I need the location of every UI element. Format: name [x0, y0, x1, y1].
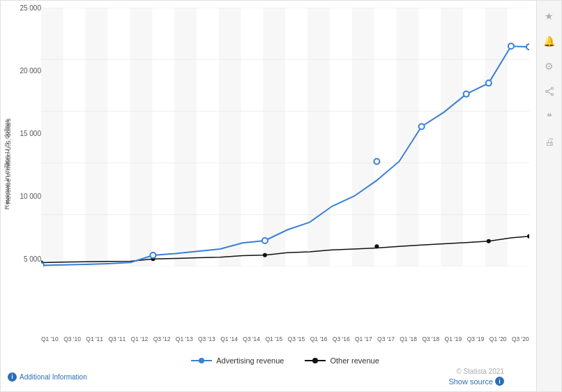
print-icon[interactable]: 🖨 — [542, 135, 556, 149]
show-source-icon: i — [495, 377, 504, 386]
x-tick: Q1 '18 — [400, 336, 417, 342]
info-icon: i — [8, 372, 17, 382]
statista-copyright: © Statista 2021 — [456, 368, 504, 375]
share-icon[interactable] — [542, 84, 556, 98]
x-tick: Q3 '20 — [512, 336, 529, 342]
x-tick: Q1 '16 — [310, 336, 328, 342]
y-tick-25000: 25 000 — [20, 4, 41, 12]
quote-icon[interactable]: ❝ — [542, 110, 556, 123]
x-tick: Q3 '10 — [63, 336, 81, 342]
legend-other: Other revenue — [305, 356, 379, 365]
additional-info-label: Additional Information — [20, 373, 87, 381]
x-tick: Q3 '17 — [377, 336, 395, 342]
additional-info-link[interactable]: i Additional Information — [8, 372, 87, 382]
chart-container: ★ 🔔 ⚙ ❝ 🖨 Revenue in million U.S. dollar… — [0, 0, 562, 392]
x-tick: Q1 '14 — [220, 336, 238, 342]
x-tick: Q1 '20 — [489, 336, 507, 342]
y-axis-label-text: Revenue in million U.S. dollars — [3, 119, 10, 209]
sidebar: ★ 🔔 ⚙ ❝ 🖨 — [536, 1, 561, 391]
svg-line-3 — [547, 89, 551, 91]
x-tick: Q1 '12 — [131, 336, 149, 342]
x-tick: Q3 '12 — [153, 336, 171, 342]
svg-line-4 — [547, 92, 551, 94]
legend-line-other — [305, 360, 326, 361]
chart-legend: Advertising revenue Other revenue — [41, 356, 529, 365]
x-tick: Q3 '11 — [108, 336, 126, 342]
y-label-container: Revenue in million U.S. dollars — [1, 8, 12, 322]
footer: i Additional Information © Statista 2021… — [8, 368, 504, 386]
legend-dot-other — [312, 358, 318, 363]
x-tick: Q1 '10 — [41, 336, 59, 342]
x-tick: Q1 '19 — [445, 336, 462, 342]
x-tick: Q3 '19 — [467, 336, 485, 342]
legend-line-advertising — [191, 360, 212, 361]
bell-icon[interactable]: 🔔 — [542, 34, 556, 48]
y-tick-15000: 15 000 — [20, 130, 41, 137]
legend-label-other: Other revenue — [330, 356, 379, 365]
show-source-link[interactable]: Show source i — [448, 377, 504, 386]
x-tick: Q1 '13 — [176, 336, 193, 342]
chart-area: Revenue in million U.S. dollars — [1, 1, 536, 391]
footer-right: © Statista 2021 Show source i — [448, 368, 504, 386]
x-tick: Q1 '17 — [355, 336, 372, 342]
legend-dot-advertising — [199, 358, 204, 363]
y-axis-ticks — [41, 8, 529, 322]
y-tick-10000: 10 000 — [20, 193, 41, 200]
star-icon[interactable]: ★ — [542, 9, 556, 23]
x-axis-ticks: Q1 '10 Q3 '10 Q1 '11 Q3 '11 Q1 '12 Q3 '1… — [41, 336, 529, 348]
svg-point-0 — [551, 87, 553, 89]
svg-point-2 — [545, 91, 547, 93]
gear-icon[interactable]: ⚙ — [542, 59, 556, 73]
legend-label-advertising: Advertising revenue — [216, 356, 284, 365]
y-tick-20000: 20 000 — [20, 67, 41, 75]
legend-advertising: Advertising revenue — [191, 356, 284, 365]
x-tick: Q3 '18 — [422, 336, 439, 342]
x-tick: Q3 '15 — [288, 336, 305, 342]
x-tick: Q1 '11 — [86, 336, 103, 342]
x-tick: Q3 '13 — [198, 336, 215, 342]
x-tick: Q1 '15 — [265, 336, 282, 342]
svg-point-1 — [551, 93, 553, 96]
y-tick-5000: 5 000 — [24, 255, 41, 263]
x-tick: Q3 '14 — [243, 336, 260, 342]
show-source-label: Show source — [448, 377, 493, 386]
x-tick: Q3 '16 — [333, 336, 350, 342]
